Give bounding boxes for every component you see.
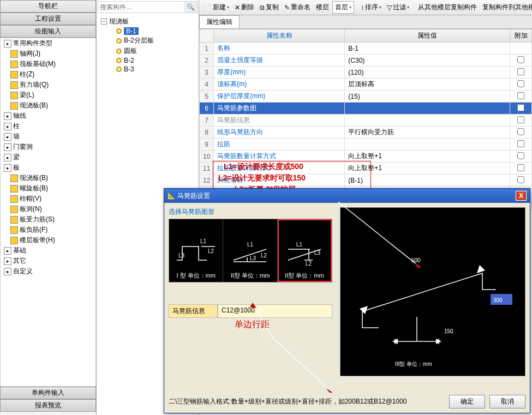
search-input[interactable] [98,2,184,13]
tree-item[interactable]: 梁(L) [1,90,95,100]
extra-checkbox[interactable] [517,92,524,99]
extra-checkbox[interactable] [517,128,524,135]
copy-from-button[interactable]: 从其他楼层复制构件 [416,2,479,13]
tree-item[interactable]: ▸墙 [1,131,95,142]
extra-checkbox[interactable] [517,140,524,147]
shape-type-1[interactable]: L1L2L3 I 型 单位：mm [169,219,223,282]
property-row[interactable]: 3厚度(mm)(120) [200,67,532,79]
extra-checkbox[interactable] [517,176,524,183]
property-value[interactable] [345,139,510,151]
component-item[interactable]: B-2分层板 [99,35,196,46]
draw-input-header[interactable]: 绘图输入 [0,25,96,38]
property-row[interactable]: 8线形马凳筋方向平行横向受力筋 [200,127,532,139]
row-number: 6 [200,103,214,115]
property-row[interactable]: 5保护层厚度(mm)(15) [200,91,532,103]
property-row[interactable]: 7马凳筋信息 [200,115,532,127]
extra-checkbox[interactable] [517,164,524,171]
single-component-header[interactable]: 单构件输入 [0,387,96,399]
extra-checkbox[interactable] [517,56,524,63]
property-value[interactable]: (C30) [345,55,510,67]
component-item[interactable]: 圆板 [99,46,196,56]
component-root[interactable]: − 现浇板 [99,16,196,27]
extra-checkbox[interactable] [517,80,524,87]
component-item[interactable]: B-1 [99,27,196,35]
filter-button[interactable]: ▽过滤▾ [385,2,411,13]
property-row[interactable]: 9拉筋 [200,139,532,151]
tree-item[interactable]: ▸轴线 [1,111,95,121]
svg-text:L3: L3 [314,250,321,256]
property-row[interactable]: 6马凳筋参数图 [200,103,532,115]
bullet-icon [116,49,122,54]
tree-item[interactable]: 板洞(N) [1,204,95,214]
tree-item-label: 板洞(N) [20,205,42,214]
project-settings-header[interactable]: 工程设置 [0,13,96,25]
copy-to-button[interactable]: 复制构件到其他楼层 [480,2,532,13]
tree-item[interactable]: 柱帽(V) [1,194,95,204]
left-sidebar: 导航栏 工程设置 绘图输入 ▸常用构件类型轴网(J)筏板基础(M)柱(Z)剪力墙… [0,0,97,415]
tree-item[interactable]: 现浇板(B) [1,100,95,111]
collapse-icon[interactable]: − [101,19,107,25]
extra-checkbox[interactable] [517,104,524,111]
shape-type-2[interactable]: L1L3L2 II型 单位：mm [223,219,277,282]
cancel-button[interactable]: 取消 [489,395,525,408]
info-value-input[interactable]: C12@1000 [218,304,332,318]
dialog-titlebar[interactable]: 📐 马凳筋设置 X [164,189,530,203]
tree-item[interactable]: 轴网(J) [1,49,95,59]
property-value[interactable]: 向上取整+1 [345,163,510,175]
tree-item[interactable]: ▸梁 [1,152,95,163]
delete-button[interactable]: ✕删除 [232,2,256,13]
tree-item[interactable]: 螺旋板(B) [1,183,95,194]
folder-icon: ▸ [4,143,11,151]
property-value[interactable]: B-1 [345,43,510,55]
tree-item[interactable]: ▸门窗洞 [1,142,95,152]
extra-checkbox[interactable] [517,152,524,159]
property-row[interactable]: 10马凳筋数量计算方式向上取整+1 [200,151,532,163]
tree-item[interactable]: 柱(Z) [1,69,95,80]
property-value[interactable]: (B-1) [345,175,510,187]
property-value[interactable] [345,115,510,127]
property-value[interactable]: (15) [345,91,510,103]
property-row[interactable]: 2混凝土强度等级(C30) [200,55,532,67]
shape-type-3[interactable]: L1L3L2 II型 单位：mm [278,219,332,282]
property-row[interactable]: 11拉筋数量计算方式向上取整+1 [200,163,532,175]
rename-button[interactable]: ✎重命名 [282,2,313,13]
tree-item[interactable]: ▸柱 [1,121,95,131]
report-preview-header[interactable]: 报表预览 [0,399,96,412]
sort-button[interactable]: ↕排序▾ [358,2,384,13]
tree-item[interactable]: ▸基础 [1,245,95,256]
property-row[interactable]: 1名称B-1 [200,43,532,55]
bullet-icon [116,38,122,44]
tree-item[interactable]: 现浇板(B) [1,173,95,183]
extra-checkbox[interactable] [517,116,524,123]
shape1-caption: I 型 单位：mm [176,272,216,280]
tree-item[interactable]: ▸常用构件类型 [1,38,95,49]
close-button[interactable]: X [516,191,527,201]
property-value[interactable] [345,103,510,115]
floor-select[interactable]: 首层▾ [332,1,354,14]
tree-item[interactable]: 楼层板带(H) [1,235,95,245]
svg-text:L2: L2 [208,248,214,254]
tab-property-edit[interactable]: 属性编辑 [199,15,240,28]
component-item[interactable]: B-2 [99,56,196,65]
tree-item[interactable]: 板受力筋(S) [1,214,95,225]
search-button[interactable]: 🔍 [184,2,197,13]
preview-caption: III型 单位：mm [395,361,432,367]
property-value[interactable]: 向上取整+1 [345,151,510,163]
extra-checkbox[interactable] [517,68,524,75]
property-value[interactable]: (120) [345,67,510,79]
property-row[interactable]: 4顶标高(m)层顶标高 [200,79,532,91]
tree-item[interactable]: 筏板基础(M) [1,59,95,69]
nav-header[interactable]: 导航栏 [0,0,96,13]
property-value[interactable]: 平行横向受力筋 [345,127,510,139]
tree-item[interactable]: ▸其它 [1,256,95,266]
tree-item[interactable]: 板负筋(F) [1,225,95,235]
component-item[interactable]: B-3 [99,65,196,74]
property-value[interactable]: 层顶标高 [345,79,510,91]
copy-button[interactable]: ⧉复制 [258,2,281,13]
tree-item[interactable]: 剪力墙(Q) [1,80,95,90]
new-button[interactable]: 📄新建▾ [201,2,231,13]
ok-button[interactable]: 确定 [449,395,485,408]
property-row[interactable]: 12归类名称(B-1) [200,175,532,187]
tree-item[interactable]: ▸板 [1,163,95,173]
tree-item[interactable]: ▸自定义 [1,266,95,276]
